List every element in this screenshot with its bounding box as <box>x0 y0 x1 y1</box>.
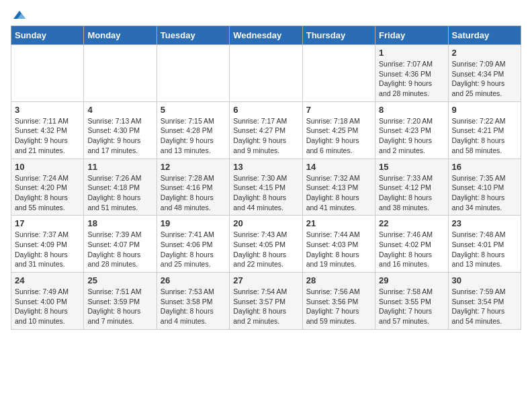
calendar-cell: 14Sunrise: 7:32 AM Sunset: 4:13 PM Dayli… <box>302 158 375 216</box>
day-info: Sunrise: 7:54 AM Sunset: 3:57 PM Dayligh… <box>233 287 298 326</box>
day-number: 8 <box>379 105 444 115</box>
day-info: Sunrise: 7:24 AM Sunset: 4:20 PM Dayligh… <box>15 173 80 213</box>
calendar-table: SundayMondayTuesdayWednesdayThursdayFrid… <box>11 26 521 330</box>
calendar-cell: 5Sunrise: 7:15 AM Sunset: 4:28 PM Daylig… <box>157 101 229 158</box>
day-number: 10 <box>15 162 80 172</box>
day-number: 3 <box>15 105 80 115</box>
calendar-week-row: 1Sunrise: 7:07 AM Sunset: 4:36 PM Daylig… <box>11 45 521 102</box>
calendar-cell: 30Sunrise: 7:59 AM Sunset: 3:54 PM Dayli… <box>448 273 521 330</box>
day-number: 22 <box>379 218 444 228</box>
day-number: 27 <box>233 275 298 285</box>
calendar-cell: 23Sunrise: 7:48 AM Sunset: 4:01 PM Dayli… <box>448 216 521 273</box>
logo <box>11 11 27 20</box>
day-number: 14 <box>306 162 371 172</box>
day-number: 4 <box>87 105 152 115</box>
calendar-week-row: 17Sunrise: 7:37 AM Sunset: 4:09 PM Dayli… <box>11 216 521 273</box>
calendar-cell: 24Sunrise: 7:49 AM Sunset: 4:00 PM Dayli… <box>11 273 84 330</box>
calendar-cell: 15Sunrise: 7:33 AM Sunset: 4:12 PM Dayli… <box>375 158 448 216</box>
calendar-cell: 3Sunrise: 7:11 AM Sunset: 4:32 PM Daylig… <box>11 101 84 158</box>
day-info: Sunrise: 7:35 AM Sunset: 4:10 PM Dayligh… <box>452 173 517 213</box>
header-saturday: Saturday <box>448 26 521 45</box>
calendar-cell: 25Sunrise: 7:51 AM Sunset: 3:59 PM Dayli… <box>84 273 157 330</box>
day-info: Sunrise: 7:46 AM Sunset: 4:02 PM Dayligh… <box>379 230 444 269</box>
day-number: 15 <box>379 162 444 172</box>
day-info: Sunrise: 7:09 AM Sunset: 4:34 PM Dayligh… <box>452 59 517 99</box>
calendar-cell: 29Sunrise: 7:58 AM Sunset: 3:55 PM Dayli… <box>375 273 448 330</box>
day-info: Sunrise: 7:37 AM Sunset: 4:09 PM Dayligh… <box>15 230 80 269</box>
day-info: Sunrise: 7:48 AM Sunset: 4:01 PM Dayligh… <box>452 230 517 269</box>
calendar-cell: 2Sunrise: 7:09 AM Sunset: 4:34 PM Daylig… <box>448 45 521 102</box>
day-info: Sunrise: 7:13 AM Sunset: 4:30 PM Dayligh… <box>87 116 152 156</box>
calendar-cell: 22Sunrise: 7:46 AM Sunset: 4:02 PM Dayli… <box>375 216 448 273</box>
calendar-cell: 20Sunrise: 7:43 AM Sunset: 4:05 PM Dayli… <box>230 216 302 273</box>
day-info: Sunrise: 7:41 AM Sunset: 4:06 PM Dayligh… <box>161 230 226 269</box>
day-number: 29 <box>379 275 444 285</box>
day-info: Sunrise: 7:49 AM Sunset: 4:00 PM Dayligh… <box>15 287 80 326</box>
calendar-cell: 6Sunrise: 7:17 AM Sunset: 4:27 PM Daylig… <box>230 101 302 158</box>
day-number: 21 <box>306 218 371 228</box>
day-number: 26 <box>161 275 226 285</box>
calendar-week-row: 10Sunrise: 7:24 AM Sunset: 4:20 PM Dayli… <box>11 158 521 216</box>
header-wednesday: Wednesday <box>230 26 302 45</box>
day-info: Sunrise: 7:33 AM Sunset: 4:12 PM Dayligh… <box>379 173 444 213</box>
header-thursday: Thursday <box>302 26 375 45</box>
day-number: 6 <box>233 105 298 115</box>
calendar-cell: 7Sunrise: 7:18 AM Sunset: 4:25 PM Daylig… <box>302 101 375 158</box>
day-number: 5 <box>161 105 226 115</box>
calendar-cell <box>302 45 375 102</box>
header-tuesday: Tuesday <box>157 26 229 45</box>
calendar-cell: 12Sunrise: 7:28 AM Sunset: 4:16 PM Dayli… <box>157 158 229 216</box>
day-number: 18 <box>87 218 152 228</box>
day-number: 28 <box>306 275 371 285</box>
day-info: Sunrise: 7:15 AM Sunset: 4:28 PM Dayligh… <box>161 116 226 156</box>
header-sunday: Sunday <box>11 26 84 45</box>
calendar-cell: 27Sunrise: 7:54 AM Sunset: 3:57 PM Dayli… <box>230 273 302 330</box>
day-info: Sunrise: 7:28 AM Sunset: 4:16 PM Dayligh… <box>161 173 226 213</box>
calendar-cell <box>11 45 84 102</box>
day-info: Sunrise: 7:18 AM Sunset: 4:25 PM Dayligh… <box>306 116 371 156</box>
day-info: Sunrise: 7:17 AM Sunset: 4:27 PM Dayligh… <box>233 116 298 156</box>
day-info: Sunrise: 7:07 AM Sunset: 4:36 PM Dayligh… <box>379 59 444 99</box>
day-info: Sunrise: 7:56 AM Sunset: 3:56 PM Dayligh… <box>306 287 371 326</box>
calendar-cell: 19Sunrise: 7:41 AM Sunset: 4:06 PM Dayli… <box>157 216 229 273</box>
day-info: Sunrise: 7:53 AM Sunset: 3:58 PM Dayligh… <box>161 287 226 326</box>
day-info: Sunrise: 7:58 AM Sunset: 3:55 PM Dayligh… <box>379 287 444 326</box>
day-info: Sunrise: 7:39 AM Sunset: 4:07 PM Dayligh… <box>87 230 152 269</box>
day-number: 13 <box>233 162 298 172</box>
header <box>11 11 521 20</box>
day-info: Sunrise: 7:32 AM Sunset: 4:13 PM Dayligh… <box>306 173 371 213</box>
day-number: 11 <box>87 162 152 172</box>
calendar-cell: 4Sunrise: 7:13 AM Sunset: 4:30 PM Daylig… <box>84 101 157 158</box>
calendar-cell: 28Sunrise: 7:56 AM Sunset: 3:56 PM Dayli… <box>302 273 375 330</box>
day-number: 20 <box>233 218 298 228</box>
calendar-cell: 21Sunrise: 7:44 AM Sunset: 4:03 PM Dayli… <box>302 216 375 273</box>
calendar-cell <box>230 45 302 102</box>
day-number: 19 <box>161 218 226 228</box>
calendar-cell: 13Sunrise: 7:30 AM Sunset: 4:15 PM Dayli… <box>230 158 302 216</box>
calendar-cell: 18Sunrise: 7:39 AM Sunset: 4:07 PM Dayli… <box>84 216 157 273</box>
calendar-cell: 9Sunrise: 7:22 AM Sunset: 4:21 PM Daylig… <box>448 101 521 158</box>
day-info: Sunrise: 7:30 AM Sunset: 4:15 PM Dayligh… <box>233 173 298 213</box>
day-info: Sunrise: 7:43 AM Sunset: 4:05 PM Dayligh… <box>233 230 298 269</box>
calendar-cell <box>157 45 229 102</box>
day-number: 25 <box>87 275 152 285</box>
day-info: Sunrise: 7:44 AM Sunset: 4:03 PM Dayligh… <box>306 230 371 269</box>
header-monday: Monday <box>84 26 157 45</box>
day-info: Sunrise: 7:20 AM Sunset: 4:23 PM Dayligh… <box>379 116 444 156</box>
day-number: 7 <box>306 105 371 115</box>
calendar-cell: 10Sunrise: 7:24 AM Sunset: 4:20 PM Dayli… <box>11 158 84 216</box>
day-number: 17 <box>15 218 80 228</box>
day-number: 2 <box>452 48 517 58</box>
calendar-week-row: 3Sunrise: 7:11 AM Sunset: 4:32 PM Daylig… <box>11 101 521 158</box>
day-info: Sunrise: 7:26 AM Sunset: 4:18 PM Dayligh… <box>87 173 152 213</box>
calendar-cell: 1Sunrise: 7:07 AM Sunset: 4:36 PM Daylig… <box>375 45 448 102</box>
day-info: Sunrise: 7:51 AM Sunset: 3:59 PM Dayligh… <box>87 287 152 326</box>
calendar-cell <box>84 45 157 102</box>
day-number: 1 <box>379 48 444 58</box>
calendar-cell: 11Sunrise: 7:26 AM Sunset: 4:18 PM Dayli… <box>84 158 157 216</box>
day-number: 9 <box>452 105 517 115</box>
day-number: 30 <box>452 275 517 285</box>
day-info: Sunrise: 7:59 AM Sunset: 3:54 PM Dayligh… <box>452 287 517 326</box>
day-info: Sunrise: 7:22 AM Sunset: 4:21 PM Dayligh… <box>452 116 517 156</box>
day-number: 23 <box>452 218 517 228</box>
